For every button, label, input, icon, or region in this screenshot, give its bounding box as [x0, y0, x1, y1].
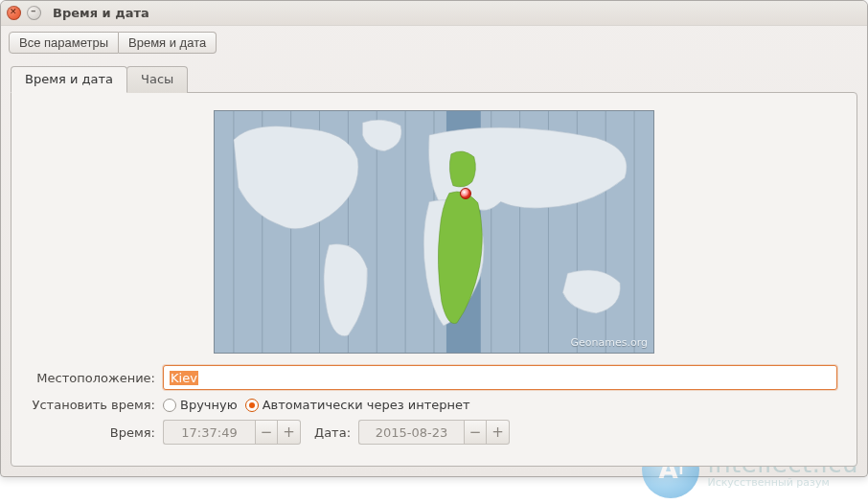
window-title: Время и дата — [53, 6, 149, 20]
titlebar: Время и дата — [1, 1, 867, 26]
breadcrumb: Все параметры Время и дата — [1, 26, 867, 59]
map-attribution: Geonames.org — [571, 336, 649, 349]
row-time-date: Время: 17:37:49 − + Дата: 2015-08-23 − + — [31, 420, 837, 445]
radio-manual[interactable]: Вручную — [163, 398, 238, 412]
location-label: Местоположение: — [31, 371, 155, 385]
watermark-subtitle: Искусственный разум — [707, 477, 858, 489]
tab-page-time-and-date: Geonames.org Местоположение: Kiev Устано… — [11, 92, 857, 467]
set-time-label: Установить время: — [31, 398, 155, 412]
radio-icon — [245, 399, 259, 412]
tab-notebook: Время и дата Часы — [11, 65, 857, 467]
breadcrumb-current-button[interactable]: Время и дата — [119, 32, 217, 54]
date-increment-button[interactable]: + — [487, 420, 510, 445]
world-map-svg — [215, 111, 653, 354]
time-value[interactable]: 17:37:49 — [163, 420, 255, 445]
time-increment-button[interactable]: + — [278, 420, 301, 445]
tab-clocks[interactable]: Часы — [126, 66, 188, 93]
date-stepper: 2015-08-23 − + — [358, 420, 510, 445]
radio-manual-label: Вручную — [180, 398, 238, 412]
settings-window: Время и дата Все параметры Время и дата … — [0, 0, 868, 477]
minimize-icon[interactable] — [27, 6, 41, 20]
all-settings-button[interactable]: Все параметры — [9, 32, 119, 54]
time-label: Время: — [31, 425, 155, 440]
row-location: Местоположение: Kiev — [31, 365, 837, 390]
time-decrement-button[interactable]: − — [255, 420, 278, 445]
date-label: Дата: — [314, 425, 351, 440]
location-input[interactable]: Kiev — [163, 365, 837, 390]
date-value[interactable]: 2015-08-23 — [358, 420, 464, 445]
location-pin-icon — [460, 188, 471, 199]
radio-icon — [163, 399, 176, 412]
tab-time-and-date[interactable]: Время и дата — [11, 66, 127, 93]
tab-strip: Время и дата Часы — [11, 65, 857, 92]
row-set-time: Установить время: Вручную Автоматически … — [31, 398, 837, 412]
timezone-map[interactable]: Geonames.org — [214, 110, 654, 354]
date-decrement-button[interactable]: − — [464, 420, 487, 445]
time-stepper: 17:37:49 − + — [163, 420, 301, 445]
close-icon[interactable] — [7, 6, 21, 20]
radio-auto-label: Автоматически через интернет — [263, 398, 470, 412]
location-value: Kiev — [170, 371, 198, 385]
radio-auto[interactable]: Автоматически через интернет — [245, 398, 470, 412]
